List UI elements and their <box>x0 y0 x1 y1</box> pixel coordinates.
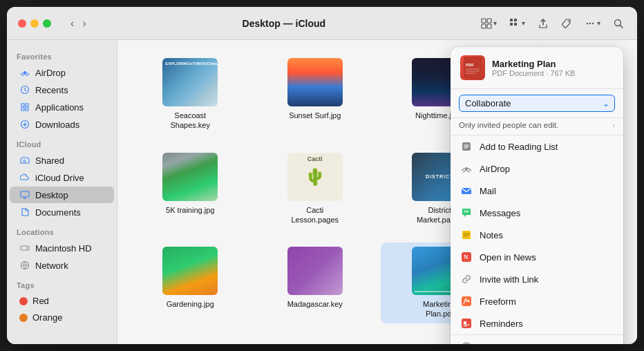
sidebar-item-red[interactable]: Red <box>10 293 114 309</box>
finder-window: ‹ › Desktop — iCloud ▾ <box>7 7 637 344</box>
sidebar-section-favorites: Favorites <box>7 46 117 64</box>
maximize-button[interactable] <box>43 19 51 28</box>
edit-extensions-label: Edit Extensions... <box>480 342 549 345</box>
forward-button[interactable]: › <box>79 16 88 31</box>
svg-text:N: N <box>464 254 468 260</box>
file-thumb-5k <box>162 153 218 201</box>
sidebar-section-icloud: iCloud <box>7 133 117 151</box>
desktop-icon <box>19 189 30 200</box>
sidebar-item-orange-label: Orange <box>32 312 62 323</box>
sidebar-item-icloud-drive[interactable]: iCloud Drive <box>10 169 114 186</box>
sidebar-item-applications[interactable]: Applications <box>10 99 114 115</box>
minimize-button[interactable] <box>30 19 39 28</box>
sidebar-item-red-label: Red <box>32 296 49 306</box>
news-icon: N <box>460 251 473 263</box>
red-tag-dot <box>19 297 28 305</box>
sidebar-item-airdrop[interactable]: AirDrop <box>10 64 114 81</box>
file-item-cacti[interactable]: Cacti Lesson.pages <box>256 149 375 229</box>
sidebar-item-macintosh-hd-label: Macintosh HD <box>35 243 92 254</box>
sidebar-item-shared[interactable]: Shared <box>10 152 114 169</box>
sidebar-item-icloud-drive-label: iCloud Drive <box>35 173 84 183</box>
close-button[interactable] <box>18 19 26 28</box>
traffic-lights <box>18 19 51 28</box>
sidebar-item-network[interactable]: Network <box>10 257 114 274</box>
sidebar-item-macintosh-hd[interactable]: Macintosh HD <box>10 240 114 256</box>
back-button[interactable]: ‹ <box>68 16 77 31</box>
collaborate-select[interactable]: Collaborate <box>459 95 615 112</box>
sidebar-item-documents[interactable]: Documents <box>10 204 114 220</box>
svg-rect-1 <box>487 19 491 23</box>
grid-icon <box>19 102 30 113</box>
edit-extensions-icon <box>460 341 473 344</box>
file-name-cacti: Cacti Lesson.pages <box>284 205 346 225</box>
file-thumb-sunset <box>287 58 343 106</box>
popup-menu-item-news[interactable]: N Open in News <box>451 246 623 268</box>
reading-list-label: Add to Reading List <box>480 142 558 152</box>
sidebar-item-downloads[interactable]: Downloads <box>10 116 114 133</box>
popup-menu-item-reminders[interactable]: Reminders <box>451 312 623 334</box>
file-item-sunset[interactable]: Sunset Surf.jpg <box>256 54 375 135</box>
link-icon <box>460 273 473 285</box>
network-icon <box>19 260 30 271</box>
download-icon <box>19 119 30 130</box>
svg-point-18 <box>26 247 28 249</box>
messages-label: Messages <box>480 208 520 218</box>
freeform-icon <box>460 295 473 307</box>
sidebar-item-airdrop-label: AirDrop <box>35 68 66 78</box>
file-name-seacoast: Seacoast Shapes.key <box>159 111 221 131</box>
popup-menu-item-notes[interactable]: Notes <box>451 224 623 246</box>
search-button[interactable] <box>611 16 626 31</box>
shared-folder-icon <box>19 155 30 166</box>
svg-rect-32 <box>464 321 466 324</box>
sidebar-section-tags: Tags <box>7 274 117 292</box>
sidebar-item-recents[interactable]: Recents <box>10 82 114 98</box>
svg-text:PDF: PDF <box>466 63 474 67</box>
file-area: Seacoast Shapes.key Sunset Surf.jpg Nigh… <box>117 40 637 344</box>
share-button[interactable] <box>536 16 551 31</box>
popup-menu-item-reading-list[interactable]: Add to Reading List <box>451 135 623 158</box>
popup-file-meta: PDF Document · 767 KB <box>492 69 614 77</box>
doc-icon <box>19 207 30 218</box>
sidebar-item-orange[interactable]: Orange <box>10 310 114 325</box>
popup-menu-item-mail[interactable]: Mail <box>451 180 623 202</box>
popup-edit-extensions[interactable]: Edit Extensions... <box>451 334 623 344</box>
svg-point-11 <box>592 22 594 23</box>
popup-collaborate-row: Collaborate ⌄ <box>451 89 623 118</box>
group-button[interactable]: ▾ <box>507 16 527 31</box>
airdrop-share-icon <box>460 162 473 175</box>
svg-rect-17 <box>21 246 29 250</box>
cloud-icon <box>19 172 30 183</box>
svg-point-9 <box>587 22 588 23</box>
file-item-madagascar[interactable]: Madagascar.key <box>256 243 375 323</box>
mail-icon <box>460 184 473 197</box>
notes-label: Notes <box>480 230 503 240</box>
sidebar-section-locations: Locations <box>7 221 117 239</box>
file-thumb-madagascar <box>287 247 343 295</box>
popup-header: PDF Marketing Plan PDF Document · 767 KB <box>451 47 623 89</box>
file-item-gardening[interactable]: Gardening.jpg <box>131 243 249 323</box>
svg-rect-4 <box>510 19 513 21</box>
popup-permissions-text: Only invited people can edit. <box>459 121 558 129</box>
popup-menu-item-messages[interactable]: Messages <box>451 202 623 224</box>
popup-menu-item-freeform[interactable]: Freeform <box>451 290 623 312</box>
file-item-seacoast[interactable]: Seacoast Shapes.key <box>131 54 249 135</box>
freeform-label: Freeform <box>480 296 516 307</box>
reading-list-icon <box>460 140 473 153</box>
view-options-button[interactable]: ▾ <box>479 16 499 31</box>
news-label: Open in News <box>480 252 536 263</box>
notes-icon <box>460 229 473 241</box>
file-name-madagascar: Madagascar.key <box>287 299 343 309</box>
tag-button[interactable] <box>559 16 574 31</box>
sidebar-item-desktop[interactable]: Desktop <box>10 187 114 203</box>
popup-permissions[interactable]: Only invited people can edit. › <box>451 118 623 135</box>
more-button[interactable]: ▾ <box>583 16 603 31</box>
file-thumb-gardening <box>162 247 218 295</box>
reminders-label: Reminders <box>480 319 523 329</box>
svg-rect-0 <box>482 19 486 23</box>
clock-icon <box>19 84 30 95</box>
popup-menu-item-invite[interactable]: Invite with Link <box>451 268 623 290</box>
popup-menu-item-airdrop[interactable]: AirDrop <box>451 158 623 180</box>
sidebar: Favorites AirDrop Recents <box>7 40 117 344</box>
file-item-5k[interactable]: 5K training.jpg <box>131 149 249 229</box>
file-name-gardening: Gardening.jpg <box>167 299 214 309</box>
